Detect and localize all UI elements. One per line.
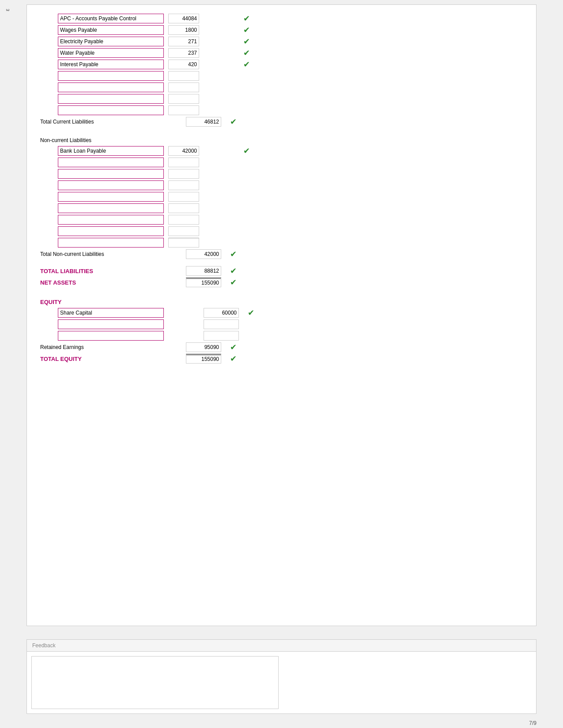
- account-input-share-capital[interactable]: [58, 308, 164, 318]
- check-icon-total-current: ✔: [230, 117, 237, 127]
- nc-amount-empty6[interactable]: [168, 215, 199, 225]
- check-icon-bank-loan: ✔: [243, 146, 250, 156]
- retained-earnings-label: Retained Earnings: [40, 344, 146, 350]
- table-row: ✔: [58, 14, 523, 23]
- feedback-section: Feedback: [26, 639, 537, 714]
- equity-section: EQUITY ✔ Retained Earnings: [40, 299, 523, 364]
- total-non-current-input[interactable]: [186, 249, 221, 259]
- total-equity-row: TOTAL EQUITY ✔: [40, 354, 523, 364]
- retained-earnings-input[interactable]: [186, 342, 221, 352]
- nc-account-empty8[interactable]: [58, 238, 164, 248]
- total-equity-label: TOTAL EQUITY: [40, 356, 146, 362]
- table-row: ✔: [58, 48, 523, 58]
- table-row: [58, 319, 523, 329]
- amount-input-empty4[interactable]: [168, 105, 199, 115]
- table-row: ✔: [58, 60, 523, 69]
- check-icon-water: ✔: [243, 48, 250, 58]
- amount-input-electricity[interactable]: [168, 37, 199, 46]
- main-content: ✔ ✔ ✔ ✔: [26, 4, 537, 626]
- net-assets-input[interactable]: [186, 278, 221, 287]
- nc-amount-empty4[interactable]: [168, 192, 199, 202]
- page-container: ε ✔ ✔ ✔: [0, 0, 563, 728]
- check-icon-wages: ✔: [243, 25, 250, 35]
- table-row: ✔: [58, 146, 523, 156]
- nc-account-empty3[interactable]: [58, 180, 164, 190]
- account-input-water[interactable]: [58, 48, 164, 58]
- account-input-apc[interactable]: [58, 14, 164, 23]
- amount-input-bank-loan[interactable]: [168, 146, 199, 156]
- feedback-textarea[interactable]: [31, 656, 279, 709]
- total-current-liabilities-row: Total Current Liabilities ✔: [40, 117, 523, 127]
- table-row: [58, 105, 523, 115]
- total-liabilities-input[interactable]: [186, 266, 221, 276]
- non-current-label: Non-current Liabilities: [40, 137, 523, 143]
- net-assets-label: NET ASSETS: [40, 279, 146, 286]
- nc-amount-empty5[interactable]: [168, 203, 199, 213]
- check-icon-total-non-current: ✔: [230, 249, 237, 259]
- account-input-wages[interactable]: [58, 25, 164, 35]
- check-icon-total-liabilities: ✔: [230, 266, 237, 276]
- nc-amount-empty7[interactable]: [168, 226, 199, 236]
- total-current-liabilities-input[interactable]: [186, 117, 221, 127]
- nc-account-empty4[interactable]: [58, 192, 164, 202]
- account-input-bank-loan[interactable]: [58, 146, 164, 156]
- total-equity-input[interactable]: [186, 354, 221, 364]
- check-icon-electricity: ✔: [243, 37, 250, 46]
- account-input-empty3[interactable]: [58, 94, 164, 104]
- table-row: [58, 169, 523, 179]
- amount-input-empty3[interactable]: [168, 94, 199, 104]
- table-row: ✔: [58, 25, 523, 35]
- account-input-interest[interactable]: [58, 60, 164, 69]
- equity-section-label: EQUITY: [40, 299, 523, 305]
- equity-amount-empty1[interactable]: [204, 319, 239, 329]
- nc-amount-empty2[interactable]: [168, 169, 199, 179]
- amount-input-water[interactable]: [168, 48, 199, 58]
- current-liabilities-section: ✔ ✔ ✔ ✔: [40, 14, 523, 127]
- total-non-current-row: Total Non-current Liabilities ✔: [40, 249, 523, 259]
- nc-account-empty1[interactable]: [58, 158, 164, 167]
- non-current-liabilities-section: Non-current Liabilities ✔: [40, 137, 523, 259]
- amount-input-apc[interactable]: [168, 14, 199, 23]
- amount-input-wages[interactable]: [168, 25, 199, 35]
- table-row: [58, 203, 523, 213]
- check-icon-total-equity: ✔: [230, 354, 237, 364]
- total-current-liabilities-label: Total Current Liabilities: [40, 119, 146, 125]
- check-icon-interest: ✔: [243, 60, 250, 69]
- nc-account-empty7[interactable]: [58, 226, 164, 236]
- nc-amount-empty1[interactable]: [168, 158, 199, 167]
- nc-amount-empty3[interactable]: [168, 180, 199, 190]
- amount-input-interest[interactable]: [168, 60, 199, 69]
- net-assets-row: NET ASSETS ✔: [40, 278, 523, 287]
- table-row: [58, 94, 523, 104]
- page-number-left: ε: [4, 9, 11, 11]
- feedback-body: [27, 652, 536, 713]
- account-input-empty2[interactable]: [58, 83, 164, 92]
- table-row: ✔: [58, 37, 523, 46]
- retained-earnings-row: Retained Earnings ✔: [40, 342, 523, 352]
- check-icon-net-assets: ✔: [230, 278, 237, 287]
- nc-amount-empty8[interactable]: [168, 238, 199, 248]
- check-icon-retained-earnings: ✔: [230, 342, 237, 352]
- table-row: [58, 192, 523, 202]
- nc-account-empty5[interactable]: [58, 203, 164, 213]
- total-liabilities-row: TOTAL LIABILITIES ✔: [40, 266, 523, 276]
- account-input-empty1[interactable]: [58, 71, 164, 81]
- total-non-current-label: Total Non-current Liabilities: [40, 251, 146, 257]
- table-row: [58, 238, 523, 248]
- table-row: [58, 71, 523, 81]
- amount-input-empty1[interactable]: [168, 71, 199, 81]
- nc-account-empty6[interactable]: [58, 215, 164, 225]
- equity-amount-empty2[interactable]: [204, 331, 239, 341]
- nc-account-empty2[interactable]: [58, 169, 164, 179]
- account-input-empty4[interactable]: [58, 105, 164, 115]
- table-row: [58, 215, 523, 225]
- equity-account-empty1[interactable]: [58, 319, 164, 329]
- amount-input-empty2[interactable]: [168, 83, 199, 92]
- equity-account-empty2[interactable]: [58, 331, 164, 341]
- page-number-right: 7/9: [529, 720, 537, 726]
- account-input-electricity[interactable]: [58, 37, 164, 46]
- amount-input-share-capital[interactable]: [204, 308, 239, 318]
- feedback-header: Feedback: [27, 640, 536, 652]
- table-row: [58, 331, 523, 341]
- table-row: [58, 158, 523, 167]
